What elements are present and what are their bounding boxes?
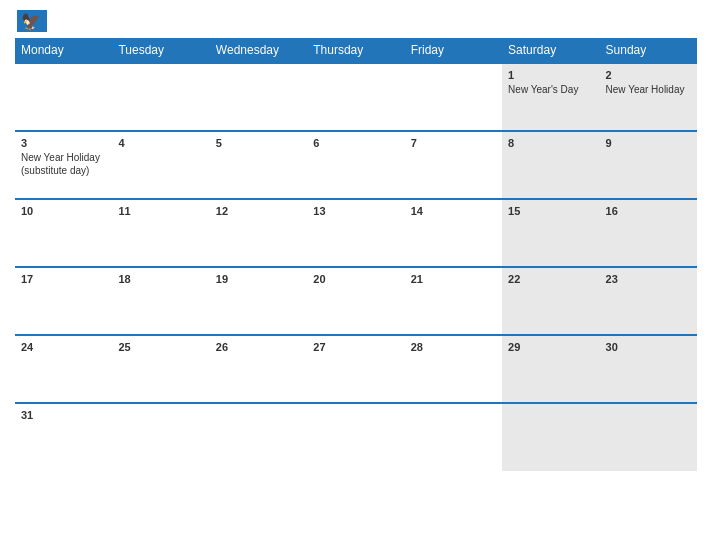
calendar-week-row: 17181920212223 <box>15 267 697 335</box>
calendar-cell: 29 <box>502 335 599 403</box>
weekday-header-row: Monday Tuesday Wednesday Thursday Friday… <box>15 38 697 63</box>
calendar-cell: 22 <box>502 267 599 335</box>
day-number: 23 <box>606 273 691 285</box>
day-number: 13 <box>313 205 398 217</box>
calendar-cell: 2New Year Holiday <box>600 63 697 131</box>
calendar-cell <box>112 63 209 131</box>
calendar-cell <box>210 63 307 131</box>
svg-text:🦅: 🦅 <box>21 12 41 31</box>
day-number: 26 <box>216 341 301 353</box>
calendar-cell: 16 <box>600 199 697 267</box>
calendar-cell: 17 <box>15 267 112 335</box>
col-saturday: Saturday <box>502 38 599 63</box>
day-number: 27 <box>313 341 398 353</box>
calendar-cell: 20 <box>307 267 404 335</box>
day-number: 19 <box>216 273 301 285</box>
col-sunday: Sunday <box>600 38 697 63</box>
day-number: 5 <box>216 137 301 149</box>
calendar-cell: 25 <box>112 335 209 403</box>
day-number: 28 <box>411 341 496 353</box>
calendar-cell: 8 <box>502 131 599 199</box>
day-number: 16 <box>606 205 691 217</box>
day-number: 25 <box>118 341 203 353</box>
calendar-cell: 13 <box>307 199 404 267</box>
day-number: 21 <box>411 273 496 285</box>
day-number: 9 <box>606 137 691 149</box>
day-number: 10 <box>21 205 106 217</box>
calendar-cell: 31 <box>15 403 112 471</box>
calendar-cell: 1New Year's Day <box>502 63 599 131</box>
calendar-cell: 9 <box>600 131 697 199</box>
day-number: 4 <box>118 137 203 149</box>
calendar-cell: 27 <box>307 335 404 403</box>
day-number: 24 <box>21 341 106 353</box>
day-number: 29 <box>508 341 593 353</box>
calendar-cell: 3New Year Holiday(substitute day) <box>15 131 112 199</box>
day-number: 6 <box>313 137 398 149</box>
calendar-cell <box>405 63 502 131</box>
day-number: 31 <box>21 409 106 421</box>
day-number: 3 <box>21 137 106 149</box>
day-number: 2 <box>606 69 691 81</box>
col-thursday: Thursday <box>307 38 404 63</box>
calendar-cell: 14 <box>405 199 502 267</box>
calendar-cell: 21 <box>405 267 502 335</box>
calendar-cell <box>15 63 112 131</box>
calendar-cell: 15 <box>502 199 599 267</box>
calendar-cell: 5 <box>210 131 307 199</box>
day-number: 22 <box>508 273 593 285</box>
event-label: New Year's Day <box>508 83 593 96</box>
day-number: 15 <box>508 205 593 217</box>
day-number: 30 <box>606 341 691 353</box>
calendar-cell: 26 <box>210 335 307 403</box>
event-label: (substitute day) <box>21 164 106 177</box>
event-label: New Year Holiday <box>21 151 106 164</box>
calendar-cell <box>210 403 307 471</box>
day-number: 8 <box>508 137 593 149</box>
logo: 🦅 <box>15 10 47 32</box>
calendar-cell: 7 <box>405 131 502 199</box>
calendar-page: 🦅 Monday Tuesday Wednesday Thursday Frid… <box>0 0 712 550</box>
calendar-cell: 4 <box>112 131 209 199</box>
event-label: New Year Holiday <box>606 83 691 96</box>
calendar-cell: 28 <box>405 335 502 403</box>
calendar-cell <box>405 403 502 471</box>
calendar-cell: 19 <box>210 267 307 335</box>
calendar-cell: 18 <box>112 267 209 335</box>
calendar-cell <box>307 403 404 471</box>
calendar-cell <box>502 403 599 471</box>
day-number: 11 <box>118 205 203 217</box>
day-number: 20 <box>313 273 398 285</box>
calendar-week-row: 3New Year Holiday(substitute day)456789 <box>15 131 697 199</box>
calendar-week-row: 10111213141516 <box>15 199 697 267</box>
day-number: 1 <box>508 69 593 81</box>
calendar-cell: 12 <box>210 199 307 267</box>
day-number: 12 <box>216 205 301 217</box>
calendar-cell: 30 <box>600 335 697 403</box>
logo-flag-icon: 🦅 <box>17 10 47 32</box>
calendar-table: Monday Tuesday Wednesday Thursday Friday… <box>15 38 697 471</box>
day-number: 17 <box>21 273 106 285</box>
col-friday: Friday <box>405 38 502 63</box>
col-wednesday: Wednesday <box>210 38 307 63</box>
calendar-header: 🦅 <box>15 10 697 32</box>
calendar-week-row: 31 <box>15 403 697 471</box>
calendar-cell: 10 <box>15 199 112 267</box>
calendar-cell: 24 <box>15 335 112 403</box>
calendar-cell: 23 <box>600 267 697 335</box>
day-number: 14 <box>411 205 496 217</box>
calendar-week-row: 1New Year's Day2New Year Holiday <box>15 63 697 131</box>
day-number: 18 <box>118 273 203 285</box>
day-number: 7 <box>411 137 496 149</box>
calendar-cell: 11 <box>112 199 209 267</box>
col-monday: Monday <box>15 38 112 63</box>
col-tuesday: Tuesday <box>112 38 209 63</box>
calendar-cell <box>112 403 209 471</box>
calendar-cell: 6 <box>307 131 404 199</box>
calendar-cell <box>307 63 404 131</box>
calendar-week-row: 24252627282930 <box>15 335 697 403</box>
calendar-cell <box>600 403 697 471</box>
